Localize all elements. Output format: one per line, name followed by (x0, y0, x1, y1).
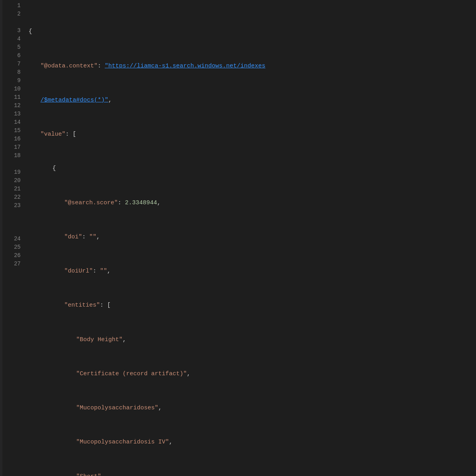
line-num-4: 4 (2, 35, 21, 43)
editor-container: 1 2 3 4 5 6 7 8 9 10 11 12 13 14 15 16 1… (0, 0, 476, 476)
line-num-9: 9 (2, 77, 21, 85)
code-line-8: "entities": [ (29, 301, 476, 309)
line-num-25: 25 (2, 243, 21, 251)
code-line-3: "value": [ (29, 130, 476, 138)
code-line-2b: /$metadata#docs(*)", (29, 96, 476, 104)
line-num-16: 16 (2, 135, 21, 143)
line-num-10: 10 (2, 85, 21, 93)
line-num-7: 7 (2, 60, 21, 68)
line-num-18b (2, 160, 21, 168)
line-num-23: 23 (2, 202, 21, 210)
line-num-23d (2, 226, 21, 235)
line-num-5: 5 (2, 43, 21, 52)
code-line-4: { (29, 164, 476, 173)
code-line-6: "doi": "", (29, 233, 476, 241)
line-num-11: 11 (2, 93, 21, 102)
line-num-1: 1 (2, 2, 21, 10)
code-line-5: "@search.score": 2.3348944, (29, 199, 476, 207)
code-line-7: "doiUrl": "", (29, 267, 476, 275)
line-num-2: 2 (2, 10, 21, 18)
line-num-24: 24 (2, 235, 21, 243)
line-num-2b (2, 18, 21, 27)
code-line-2: "@odata.context": "https://liamca-s1.sea… (29, 62, 476, 70)
line-num-15: 15 (2, 127, 21, 135)
line-num-8: 8 (2, 68, 21, 77)
line-num-21: 21 (2, 185, 21, 193)
line-num-13: 13 (2, 110, 21, 118)
line-num-14: 14 (2, 118, 21, 127)
code-line-11: "Mucopolysaccharidoses", (29, 404, 476, 412)
line-num-23b (2, 210, 21, 218)
line-numbers: 1 2 3 4 5 6 7 8 9 10 11 12 13 14 15 16 1… (2, 0, 25, 476)
code-line-13: "Short", (29, 472, 476, 476)
line-num-17: 17 (2, 143, 21, 152)
line-num-18: 18 (2, 152, 21, 160)
code-line-1: { (29, 27, 476, 36)
line-num-12: 12 (2, 102, 21, 110)
code-line-10: "Certificate (record artifact)", (29, 370, 476, 378)
line-num-27: 27 (2, 260, 21, 268)
code-line-12: "Mucopolysaccharidosis IV", (29, 438, 476, 446)
line-num-6: 6 (2, 52, 21, 60)
code-content: { "@odata.context": "https://liamca-s1.s… (25, 0, 476, 476)
code-line-9: "Body Height", (29, 336, 476, 344)
line-num-22: 22 (2, 193, 21, 202)
line-num-20: 20 (2, 177, 21, 185)
line-num-19: 19 (2, 168, 21, 177)
line-num-26: 26 (2, 251, 21, 260)
line-num-3: 3 (2, 27, 21, 35)
line-num-23c (2, 218, 21, 226)
